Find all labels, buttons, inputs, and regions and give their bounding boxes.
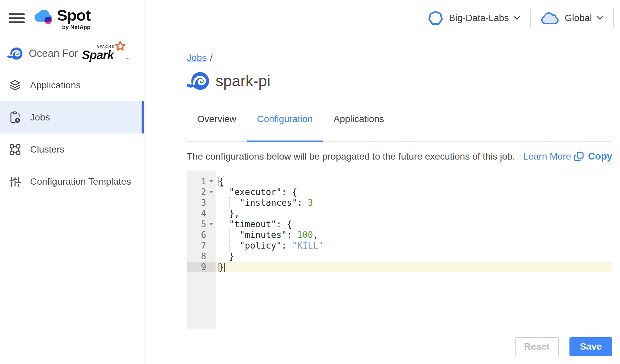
spot-logo: Spot by NetApp: [33, 7, 90, 31]
sidebar-item-configuration-templates[interactable]: Configuration Templates: [0, 166, 144, 198]
tab-configuration[interactable]: Configuration: [247, 114, 323, 142]
code-line[interactable]: "executor": {: [216, 187, 612, 197]
gutter-line: 9: [187, 262, 216, 272]
json-config-editor[interactable]: 123456789 { "executor": { "instances": 3…: [187, 171, 612, 329]
product-prefix: Ocean For: [29, 48, 78, 60]
header-divider: [613, 8, 614, 28]
chevron-down-icon: [514, 16, 520, 20]
code-line[interactable]: {: [216, 176, 612, 187]
gutter-line: 8: [187, 251, 216, 262]
title-row: spark-pi: [187, 71, 612, 91]
org-label: Big-Data-Labs: [449, 13, 509, 23]
gutter-line: 4: [187, 208, 216, 219]
breadcrumb-jobs-link[interactable]: Jobs: [187, 53, 207, 63]
copy-label: Copy: [588, 151, 613, 162]
clipboard-clock-icon: [9, 111, 21, 124]
config-description-row: The configurations below will be propaga…: [187, 151, 612, 162]
page-title: spark-pi: [216, 72, 270, 90]
sliders-icon: [9, 176, 21, 188]
ocean-wave-icon: [7, 47, 23, 61]
cluster-nodes-icon: [9, 144, 21, 156]
text-cursor: [224, 263, 225, 272]
spot-cloud-icon: [33, 7, 54, 27]
title-divider: [187, 99, 612, 99]
code-line[interactable]: "policy": "KILL": [216, 240, 612, 251]
learn-more-link[interactable]: Learn More: [523, 151, 571, 162]
spark-star-icon: [114, 41, 126, 52]
hamburger-menu-icon[interactable]: [9, 13, 25, 23]
spark-word: Spark: [82, 48, 113, 62]
main-content: Jobs/ spark-pi Overview Configuration Ap…: [144, 36, 620, 364]
sidebar-item-applications[interactable]: Applications: [0, 69, 144, 101]
sidebar-item-label: Configuration Templates: [30, 176, 131, 187]
job-wave-icon: [187, 71, 210, 91]
sidebar-nav: Applications Jobs: [0, 69, 144, 198]
sidebar-item-label: Applications: [30, 80, 81, 91]
ocean-for-spark-logo: Ocean For APACHE Spark ™: [7, 46, 122, 62]
cloud-icon: [541, 11, 559, 25]
gutter-line-foldable[interactable]: 2: [187, 187, 216, 197]
brand-byline: by NetApp: [57, 24, 90, 31]
save-button[interactable]: Save: [569, 337, 612, 356]
code-line[interactable]: "timeout": {: [216, 219, 612, 230]
tab-bar: Overview Configuration Applications: [187, 114, 612, 142]
tab-applications[interactable]: Applications: [323, 114, 394, 142]
code-line-active[interactable]: }: [216, 262, 612, 272]
breadcrumb: Jobs/: [187, 53, 612, 63]
chevron-down-icon: [597, 16, 603, 20]
gutter-line-foldable[interactable]: 1: [187, 176, 216, 187]
editor-gutter: 123456789: [187, 171, 216, 329]
scope-picker[interactable]: Global: [541, 11, 603, 25]
scope-label: Global: [565, 13, 592, 23]
top-header: Big-Data-Labs Global: [144, 0, 620, 36]
sidebar-item-label: Jobs: [30, 112, 50, 123]
heptagon-icon: [428, 10, 444, 26]
app-window: Spot by NetApp Ocean For APACHE Spark: [0, 0, 620, 364]
config-description: The configurations below will be propaga…: [187, 151, 515, 162]
gutter-line: 6: [187, 230, 216, 240]
action-footer: Reset Save: [144, 329, 620, 364]
brand-name: Spot: [57, 7, 90, 23]
sidebar-item-label: Clusters: [30, 144, 65, 155]
gutter-line: 3: [187, 197, 216, 208]
org-picker[interactable]: Big-Data-Labs: [428, 10, 520, 26]
gutter-line-foldable[interactable]: 5: [187, 219, 216, 230]
layers-icon: [9, 79, 21, 91]
editor-code-area[interactable]: { "executor": { "instances": 3 }, "timeo…: [216, 171, 612, 329]
spark-trademark: ™: [126, 58, 129, 61]
sidebar: Spot by NetApp Ocean For APACHE Spark: [0, 0, 144, 364]
sidebar-item-clusters[interactable]: Clusters: [0, 133, 144, 166]
code-line[interactable]: "instances": 3: [216, 197, 612, 208]
apache-spark-logo: APACHE Spark ™: [82, 46, 122, 62]
copy-icon: [573, 151, 584, 162]
header-divider: [530, 8, 531, 28]
tab-overview[interactable]: Overview: [187, 114, 247, 142]
code-line[interactable]: },: [216, 208, 612, 219]
code-line[interactable]: }: [216, 251, 612, 262]
gutter-line: 7: [187, 240, 216, 251]
reset-button[interactable]: Reset: [515, 337, 559, 356]
sidebar-item-jobs[interactable]: Jobs: [0, 101, 144, 133]
copy-button[interactable]: Copy: [573, 151, 613, 162]
code-line[interactable]: "minutes": 100,: [216, 230, 612, 240]
breadcrumb-separator: /: [210, 53, 213, 63]
